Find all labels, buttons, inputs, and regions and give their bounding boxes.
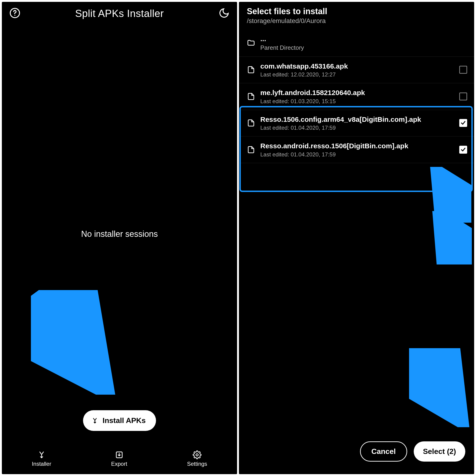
parent-dots: ... xyxy=(260,34,467,43)
file-row[interactable]: com.whatsapp.453166.apk Last edited: 12.… xyxy=(239,57,474,84)
file-picker-path: /storage/emulated/0/Aurora xyxy=(247,17,466,25)
file-name: Resso.android.resso.1506[DigitBin.com].a… xyxy=(260,142,454,150)
file-row[interactable]: me.lyft.android.1582120640.apk Last edit… xyxy=(239,83,474,110)
file-icon xyxy=(247,92,255,101)
empty-state-body: No installer sessions xyxy=(2,22,237,446)
file-checkbox-checked[interactable] xyxy=(459,119,467,127)
file-meta: Last edited: 01.04.2020, 17:59 xyxy=(260,151,454,158)
file-row[interactable]: Resso.android.resso.1506[DigitBin.com].a… xyxy=(239,136,474,163)
app-header: Split APKs Installer xyxy=(2,2,237,22)
app-title: Split APKs Installer xyxy=(75,8,164,19)
moon-icon[interactable] xyxy=(219,7,230,19)
file-icon xyxy=(247,119,255,127)
file-checkbox[interactable] xyxy=(459,92,467,101)
file-meta: Last edited: 01.04.2020, 17:59 xyxy=(260,125,454,131)
install-apks-button[interactable]: Install APKs xyxy=(83,410,156,431)
file-name: Resso.1506.config.arm64_v8a[DigitBin.com… xyxy=(260,115,454,124)
screen-installer-home: Split APKs Installer No installer sessio… xyxy=(2,2,237,474)
empty-state-text: No installer sessions xyxy=(81,229,158,239)
nav-settings[interactable]: Settings xyxy=(187,450,207,467)
nav-installer-label: Installer xyxy=(32,461,51,467)
screen-file-picker: Select files to install /storage/emulate… xyxy=(239,2,474,474)
file-picker-header: Select files to install /storage/emulate… xyxy=(239,2,474,29)
bottom-nav: Installer Export Settings xyxy=(2,446,237,474)
file-checkbox-checked[interactable] xyxy=(459,146,467,154)
parent-directory-row[interactable]: ... Parent Directory xyxy=(239,29,474,57)
file-meta: Last edited: 12.02.2020, 12:27 xyxy=(260,71,454,78)
file-picker-actions: Cancel Select (2) xyxy=(360,441,465,462)
help-icon[interactable] xyxy=(9,7,20,19)
file-name: me.lyft.android.1582120640.apk xyxy=(260,88,454,97)
cancel-button[interactable]: Cancel xyxy=(360,441,407,462)
select-button[interactable]: Select (2) xyxy=(414,441,465,462)
parent-label: Parent Directory xyxy=(260,44,467,51)
nav-export[interactable]: Export xyxy=(111,450,127,467)
file-picker-title: Select files to install xyxy=(247,6,466,16)
cancel-label: Cancel xyxy=(371,447,396,456)
file-icon xyxy=(247,66,255,74)
install-apks-label: Install APKs xyxy=(102,416,146,425)
file-row[interactable]: Resso.1506.config.arm64_v8a[DigitBin.com… xyxy=(239,110,474,137)
file-meta: Last edited: 01.03.2020, 15:15 xyxy=(260,98,454,105)
nav-installer[interactable]: Installer xyxy=(32,450,51,467)
file-icon xyxy=(247,146,255,154)
file-checkbox[interactable] xyxy=(459,66,467,74)
nav-export-label: Export xyxy=(111,461,127,467)
file-list: ... Parent Directory com.whatsapp.453166… xyxy=(239,29,474,474)
file-name: com.whatsapp.453166.apk xyxy=(260,62,454,71)
folder-icon xyxy=(247,39,255,47)
nav-settings-label: Settings xyxy=(187,461,207,467)
select-label: Select (2) xyxy=(423,447,456,456)
svg-point-3 xyxy=(196,454,198,456)
svg-point-1 xyxy=(14,15,15,16)
